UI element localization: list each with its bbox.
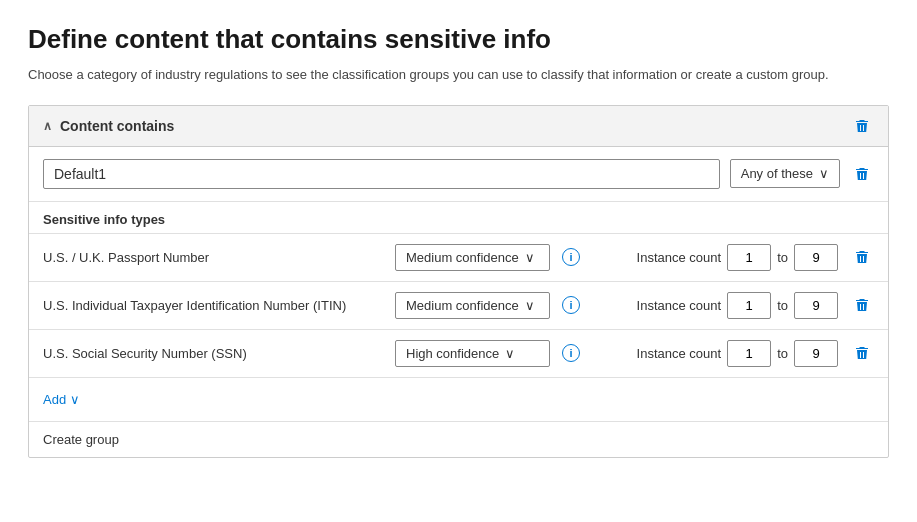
add-row: Add ∨: [29, 378, 888, 422]
instance-min-input-2[interactable]: [727, 340, 771, 367]
trash-icon: [854, 249, 870, 265]
delete-info-type-button-2[interactable]: [850, 343, 874, 363]
instance-max-input-0[interactable]: [794, 244, 838, 271]
trash-icon: [854, 118, 870, 134]
confidence-dropdown-0[interactable]: Medium confidence ∨: [395, 244, 550, 271]
card-header-label: Content contains: [60, 118, 174, 134]
instance-count-label-2: Instance count: [637, 346, 722, 361]
info-type-name: U.S. Social Security Number (SSN): [43, 346, 383, 361]
confidence-chevron-icon-2: ∨: [505, 346, 515, 361]
delete-info-type-button-0[interactable]: [850, 247, 874, 267]
create-group-button[interactable]: Create group: [29, 422, 888, 457]
instance-count-label-0: Instance count: [637, 250, 722, 265]
group-name-input[interactable]: [43, 159, 720, 189]
confidence-label-2: High confidence: [406, 346, 499, 361]
instance-count-group-2: Instance count to: [637, 340, 838, 367]
collapse-chevron-icon[interactable]: ∧: [43, 119, 52, 133]
info-type-row: U.S. Individual Taxpayer Identification …: [29, 282, 888, 330]
instance-min-input-0[interactable]: [727, 244, 771, 271]
info-type-name: U.S. Individual Taxpayer Identification …: [43, 298, 383, 313]
confidence-dropdown-2[interactable]: High confidence ∨: [395, 340, 550, 367]
info-type-row: U.S. / U.K. Passport Number Medium confi…: [29, 234, 888, 282]
confidence-chevron-icon-1: ∨: [525, 298, 535, 313]
trash-icon: [854, 297, 870, 313]
any-of-these-label: Any of these: [741, 166, 813, 181]
any-of-these-chevron-icon: ∨: [819, 166, 829, 181]
info-type-row: U.S. Social Security Number (SSN) High c…: [29, 330, 888, 378]
page-subtitle: Choose a category of industry regulation…: [28, 65, 888, 85]
group-name-row: Any of these ∨: [29, 147, 888, 202]
to-label-0: to: [777, 250, 788, 265]
delete-card-button[interactable]: [850, 116, 874, 136]
confidence-dropdown-1[interactable]: Medium confidence ∨: [395, 292, 550, 319]
info-type-name: U.S. / U.K. Passport Number: [43, 250, 383, 265]
add-chevron-icon: ∨: [70, 392, 80, 407]
instance-max-input-2[interactable]: [794, 340, 838, 367]
create-group-row: Create group: [29, 422, 888, 457]
info-types-list: U.S. / U.K. Passport Number Medium confi…: [29, 234, 888, 378]
confidence-label-1: Medium confidence: [406, 298, 519, 313]
delete-info-type-button-1[interactable]: [850, 295, 874, 315]
confidence-label-0: Medium confidence: [406, 250, 519, 265]
trash-icon: [854, 345, 870, 361]
delete-group-button[interactable]: [850, 164, 874, 184]
any-of-these-dropdown[interactable]: Any of these ∨: [730, 159, 840, 188]
trash-icon: [854, 166, 870, 182]
info-tooltip-icon-2[interactable]: i: [562, 344, 580, 362]
to-label-1: to: [777, 298, 788, 313]
card-header-left: ∧ Content contains: [43, 118, 174, 134]
to-label-2: to: [777, 346, 788, 361]
instance-min-input-1[interactable]: [727, 292, 771, 319]
instance-count-group-1: Instance count to: [637, 292, 838, 319]
content-contains-card: ∧ Content contains Any of these ∨ Sensit…: [28, 105, 889, 458]
page-title: Define content that contains sensitive i…: [28, 24, 889, 55]
sensitive-info-types-label: Sensitive info types: [29, 202, 888, 234]
add-button[interactable]: Add ∨: [43, 388, 80, 411]
instance-max-input-1[interactable]: [794, 292, 838, 319]
add-label: Add: [43, 392, 66, 407]
confidence-chevron-icon-0: ∨: [525, 250, 535, 265]
info-tooltip-icon-1[interactable]: i: [562, 296, 580, 314]
instance-count-label-1: Instance count: [637, 298, 722, 313]
card-header: ∧ Content contains: [29, 106, 888, 147]
instance-count-group-0: Instance count to: [637, 244, 838, 271]
info-tooltip-icon-0[interactable]: i: [562, 248, 580, 266]
